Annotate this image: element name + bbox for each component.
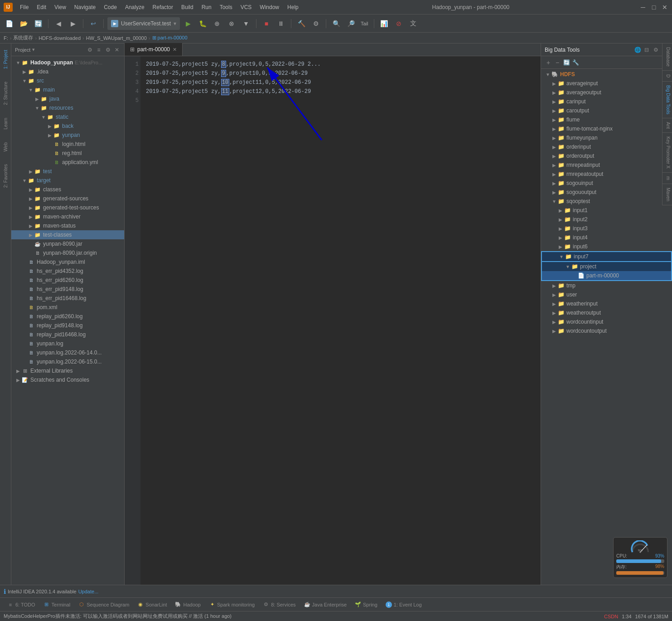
bdt-remove-icon[interactable]: − bbox=[554, 59, 561, 66]
run-with-coverage[interactable]: ⊕ bbox=[211, 17, 223, 30]
tab-database[interactable]: Database bbox=[662, 44, 672, 71]
back-button[interactable]: ◀ bbox=[52, 17, 65, 30]
bdt-averageinput[interactable]: ▶ 📁 averageinput bbox=[541, 79, 672, 88]
sqoop-arrow[interactable]: ▼ bbox=[551, 199, 557, 204]
tree-java[interactable]: ▶ 📁 java bbox=[11, 94, 124, 103]
menu-run[interactable]: Run bbox=[198, 2, 215, 12]
editor-content[interactable]: 1 2 3 4 5 2019-07-25,project5 zy,8,proje… bbox=[125, 56, 541, 585]
bdt-flume-tomcat[interactable]: ▶ 📁 flume-tomcat-nginx bbox=[541, 124, 672, 133]
close-button[interactable]: ✕ bbox=[661, 4, 668, 11]
tab-web[interactable]: Web bbox=[2, 141, 9, 153]
debug-button[interactable]: 🐛 bbox=[196, 17, 209, 30]
profile-button[interactable]: ⊗ bbox=[225, 17, 238, 30]
tree-iml[interactable]: ▶ 🗎 Hadoop_yunpan.iml bbox=[11, 257, 124, 267]
tree-reg[interactable]: ▶ 🗎 reg.html bbox=[11, 149, 124, 158]
stop-button[interactable]: ■ bbox=[260, 17, 273, 30]
tree-yunpan-log2[interactable]: ▶ 🗎 yunpan.log.2022-06-14.0... bbox=[11, 348, 124, 357]
input4-arrow[interactable]: ▶ bbox=[557, 235, 564, 240]
tree-replay2[interactable]: ▶ 🗎 replay_pid9148.log bbox=[11, 321, 124, 330]
bdt-wordcountinput[interactable]: ▶ 📁 wordcountinput bbox=[541, 317, 672, 326]
bdt-carinput[interactable]: ▶ 📁 carinput bbox=[541, 97, 672, 106]
menu-build[interactable]: Build bbox=[178, 2, 197, 12]
tree-target[interactable]: ▼ 📁 target bbox=[11, 176, 124, 185]
bdt-orderinput[interactable]: ▶ 📁 orderinput bbox=[541, 142, 672, 151]
tab-bigdata[interactable]: Big Data Tools bbox=[662, 82, 672, 118]
bdt-layout-icon[interactable]: ⊟ bbox=[643, 46, 650, 53]
tab-project[interactable]: 1: Project bbox=[2, 48, 9, 71]
bdt-flume[interactable]: ▶ 📁 flume bbox=[541, 115, 672, 124]
tree-jar[interactable]: ▶ ☕ yunpan-8090.jar bbox=[11, 239, 124, 248]
tree-static[interactable]: ▼ 📁 static bbox=[11, 112, 124, 121]
tree-login[interactable]: ▶ 🗎 login.html bbox=[11, 140, 124, 149]
resources-arrow[interactable]: ▼ bbox=[34, 105, 40, 111]
monitor-button[interactable]: 📊 bbox=[378, 17, 391, 30]
tree-maven-arch[interactable]: ▶ 📁 maven-archiver bbox=[11, 212, 124, 221]
test-arrow[interactable]: ▶ bbox=[28, 168, 34, 175]
breadcrumb-hw[interactable]: HW_S_WAUpart_m_00000 bbox=[86, 35, 147, 41]
bdt-input1[interactable]: ▶ 📁 input1 bbox=[541, 206, 672, 215]
tail-button[interactable]: Tail bbox=[359, 17, 370, 30]
tab-favorites[interactable]: 2: Favorites bbox=[2, 162, 9, 189]
tree-replay1[interactable]: ▶ 🗎 replay_pid6260.log bbox=[11, 312, 124, 321]
avg-out-arrow[interactable]: ▶ bbox=[551, 90, 557, 95]
car-in-arrow[interactable]: ▶ bbox=[551, 99, 557, 104]
tab-javaenterprise[interactable]: ☕ Java Enterprise bbox=[300, 600, 350, 610]
rmrep-out-arrow[interactable]: ▶ bbox=[551, 172, 557, 177]
tab-d[interactable]: D bbox=[662, 71, 672, 82]
bdt-weatheroutput[interactable]: ▶ 📁 weatheroutput bbox=[541, 308, 672, 317]
tab-close-button[interactable]: ✕ bbox=[173, 47, 177, 53]
tree-classes[interactable]: ▶ 📁 classes bbox=[11, 185, 124, 194]
flumeyp-arrow[interactable]: ▶ bbox=[551, 136, 557, 141]
test-classes-arrow[interactable]: ▶ bbox=[28, 232, 34, 238]
tab-keypromoter[interactable]: Key Promoter X bbox=[662, 133, 672, 173]
bdt-input6[interactable]: ▶ 📁 input6 bbox=[541, 242, 672, 251]
menu-tools[interactable]: Tools bbox=[216, 2, 236, 12]
car-out-arrow[interactable]: ▶ bbox=[551, 108, 557, 113]
avg-in-arrow[interactable]: ▶ bbox=[551, 81, 557, 86]
classes-arrow[interactable]: ▶ bbox=[28, 186, 34, 193]
bdt-user[interactable]: ▶ 📁 user bbox=[541, 290, 672, 299]
bdt-project[interactable]: ▼ 📁 project bbox=[541, 262, 672, 271]
scratches-arrow[interactable]: ▶ bbox=[15, 377, 21, 383]
tab-m[interactable]: m bbox=[662, 173, 672, 184]
menu-view[interactable]: View bbox=[51, 2, 70, 12]
bdt-wrench-icon[interactable]: 🔧 bbox=[572, 59, 579, 66]
flume-tomcat-arrow[interactable]: ▶ bbox=[551, 126, 557, 131]
hide-panel-icon[interactable]: ✕ bbox=[113, 46, 121, 53]
bdt-input4[interactable]: ▶ 📁 input4 bbox=[541, 233, 672, 242]
gen-test-arrow[interactable]: ▶ bbox=[28, 204, 34, 211]
tree-jar-origin[interactable]: ▶ 🗎 yunpan-8090.jar.origin bbox=[11, 248, 124, 257]
collapse-all-icon[interactable]: ≡ bbox=[95, 46, 102, 53]
translate-button[interactable]: 文 bbox=[407, 17, 420, 30]
bdt-add-icon[interactable]: + bbox=[545, 59, 552, 66]
bdt-rmrepeatoutput[interactable]: ▶ 📁 rmrepeatoutput bbox=[541, 170, 672, 179]
menu-code[interactable]: Code bbox=[100, 2, 121, 12]
input3-arrow[interactable]: ▶ bbox=[557, 226, 564, 231]
run-config-dropdown[interactable]: ▾ bbox=[174, 20, 176, 27]
bdt-sogououtput[interactable]: ▶ 📁 sogououtput bbox=[541, 188, 672, 197]
tab-sequence[interactable]: ⬡ Sequence Diagram bbox=[75, 600, 133, 610]
breadcrumb-drive[interactable]: F: bbox=[4, 35, 8, 41]
tree-ext-libs[interactable]: ▶ ⊞ External Libraries bbox=[11, 366, 124, 375]
tab-eventlog[interactable]: 1 1: Event Log bbox=[382, 600, 425, 610]
menu-refactor[interactable]: Refactor bbox=[149, 2, 177, 12]
sdk-button[interactable]: ⚙ bbox=[309, 17, 322, 30]
bdt-averageoutput[interactable]: ▶ 📁 averageoutput bbox=[541, 88, 672, 97]
bdt-input7[interactable]: ▼ 📁 input7 bbox=[541, 251, 672, 262]
search-button[interactable]: 🔍 bbox=[330, 17, 343, 30]
pause-button[interactable]: ⏸ bbox=[275, 17, 287, 30]
tab-spring[interactable]: 🌱 Spring bbox=[351, 600, 381, 610]
tree-maven-status[interactable]: ▶ 📁 maven-status bbox=[11, 221, 124, 230]
flume-arrow[interactable]: ▶ bbox=[551, 117, 557, 122]
tab-learn[interactable]: Learn bbox=[2, 116, 9, 131]
back-arrow[interactable]: ▶ bbox=[47, 123, 53, 129]
run-config-selector[interactable]: ▶ UserServiceTest.test ▾ bbox=[107, 17, 180, 30]
tree-log2[interactable]: ▶ 🗎 hs_err_pid6260.log bbox=[11, 276, 124, 285]
editor-tab-active[interactable]: ⊞ part-m-00000 ✕ bbox=[125, 43, 183, 56]
open-button[interactable]: 📂 bbox=[17, 17, 30, 30]
more-run-options[interactable]: ▼ bbox=[240, 17, 252, 30]
menu-analyze[interactable]: Analyze bbox=[121, 2, 148, 12]
tab-services[interactable]: ⚙ 8: Services bbox=[259, 600, 299, 610]
sogou-out-arrow[interactable]: ▶ bbox=[551, 190, 557, 195]
tree-log4[interactable]: ▶ 🗎 hs_err_pid16468.log bbox=[11, 294, 124, 303]
